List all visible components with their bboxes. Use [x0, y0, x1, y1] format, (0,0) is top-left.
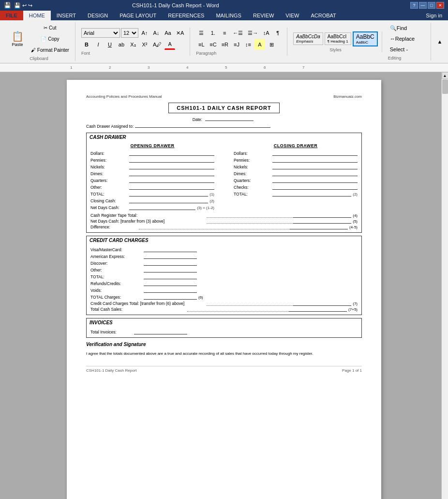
- cc-total: TOTAL:: [90, 273, 358, 279]
- text-highlight-btn[interactable]: A🖊: [151, 39, 164, 50]
- replace-btn[interactable]: ↔ Replace: [388, 33, 427, 44]
- line-spacing-btn[interactable]: ↕≡: [243, 39, 254, 50]
- tab-review[interactable]: REVIEW: [247, 11, 280, 20]
- style-emphasis-btn[interactable]: AaBbCcDa Emphasis: [293, 32, 323, 45]
- sort-btn[interactable]: ↕A: [261, 28, 271, 38]
- scroll-thumb[interactable]: [442, 79, 448, 94]
- total-cash-sales-row: Total Cash Sales: (7+5): [90, 307, 358, 312]
- style-heading2-btn[interactable]: AaBbC AaBbC: [353, 31, 378, 46]
- field-pennies-close: Pennies:: [234, 157, 358, 163]
- decrease-indent-btn[interactable]: ←☰: [231, 28, 245, 38]
- field-dimes-open: Dimes:: [90, 170, 214, 176]
- tab-home[interactable]: HOME: [23, 11, 51, 20]
- tab-design[interactable]: DESIGN: [82, 11, 114, 20]
- superscript-btn[interactable]: X²: [139, 39, 150, 50]
- ribbon-content: 📋 Paste ✂ Cut 📄 Copy 🖌 Format Painter Cl…: [0, 20, 448, 63]
- invoices-section: INVOICES Total Invoices:: [86, 318, 362, 338]
- tab-file[interactable]: FILE: [0, 11, 23, 20]
- date-line: Date:: [86, 117, 362, 122]
- cash-drawer-cols: OPENING DRAWER Dollars: Pennies: Nickels…: [90, 143, 358, 211]
- credit-card-title: CREDIT CARD CHARGES: [87, 236, 361, 244]
- minimize-btn[interactable]: —: [419, 2, 427, 9]
- change-case-btn[interactable]: Aa: [163, 28, 173, 38]
- show-formatting-btn[interactable]: ¶: [272, 28, 283, 38]
- document-page: Accounting Policies and Procedures Manua…: [67, 80, 381, 499]
- numbering-btn[interactable]: 1.: [208, 28, 218, 38]
- drawer-label: Cash Drawer Assigned to:: [86, 124, 134, 129]
- undo-btn[interactable]: ↩: [22, 2, 27, 9]
- ribbon-collapse-btn[interactable]: ▲: [434, 36, 445, 47]
- tab-insert[interactable]: INSERT: [51, 11, 82, 20]
- title-bar-controls: ? — □ ✕: [410, 2, 444, 9]
- difference-row: Difference: (4-5): [90, 225, 358, 229]
- multi-level-list-btn[interactable]: ≡: [219, 28, 230, 38]
- doc-title: CSH101-1 DAILY CASH REPORT: [86, 103, 362, 113]
- close-btn[interactable]: ✕: [436, 2, 444, 9]
- cc-visa: Visa/MasterCard:: [90, 246, 358, 252]
- styles-label: Styles: [329, 47, 342, 52]
- subscript-btn[interactable]: X₂: [128, 39, 138, 50]
- cc-total-charges: TOTAL Charges: (6): [90, 294, 358, 300]
- document-container: Accounting Policies and Procedures Manua…: [0, 72, 448, 499]
- clipboard-group: 📋 Paste ✂ Cut 📄 Copy 🖌 Format Painter Cl…: [3, 22, 75, 61]
- align-left-btn[interactable]: ≡L: [196, 39, 207, 50]
- credit-card-content: Visa/MasterCard: American Express: Disco…: [87, 244, 361, 315]
- footer-left: CSH101-1 Daily Cash Report: [86, 368, 137, 373]
- cc-other: Other:: [90, 267, 358, 272]
- tab-view[interactable]: VIEW: [280, 11, 305, 20]
- select-btn[interactable]: Select -: [388, 44, 427, 55]
- page-header: Accounting Policies and Procedures Manua…: [86, 94, 362, 99]
- italic-btn[interactable]: I: [93, 39, 104, 50]
- increase-indent-btn[interactable]: ☰→: [246, 28, 260, 38]
- shading-btn[interactable]: A: [254, 39, 265, 50]
- justify-btn[interactable]: ≡J: [231, 39, 242, 50]
- date-field: [205, 121, 254, 121]
- font-size-select[interactable]: 12: [121, 28, 138, 38]
- paragraph-label: Paragraph: [196, 51, 216, 56]
- strikethrough-btn[interactable]: ab: [116, 39, 127, 50]
- field-pennies-open: Pennies:: [90, 157, 214, 163]
- header-left: Accounting Policies and Procedures Manua…: [86, 94, 162, 99]
- field-closing-cash: Closing Cash: (2): [90, 197, 214, 203]
- align-center-btn[interactable]: ≡C: [208, 39, 218, 50]
- bullets-btn[interactable]: ☰: [196, 28, 207, 38]
- cash-drawer-content: OPENING DRAWER Dollars: Pennies: Nickels…: [87, 141, 361, 232]
- cash-register-tape-row: Cash Register Tape Total: (4): [90, 213, 358, 218]
- align-right-btn[interactable]: ≡R: [220, 39, 230, 50]
- styles-group: AaBbCcDa Emphasis AaBbCcI ¶ Heading 1 Aa…: [289, 31, 382, 52]
- scroll-up-btn[interactable]: ▲: [442, 72, 448, 79]
- title-bar: 💾 💾 ↩ ↪ CSH101-1 Daily Cash Report - Wor…: [0, 0, 448, 11]
- format-painter-btn[interactable]: 🖌 Format Painter: [29, 45, 71, 55]
- font-color-btn[interactable]: A: [164, 39, 175, 50]
- bold-btn[interactable]: B: [81, 39, 92, 50]
- save-btn[interactable]: 💾: [14, 2, 21, 9]
- paste-btn[interactable]: 📋 Paste: [7, 28, 28, 49]
- field-nickels-close: Nickels:: [234, 164, 358, 169]
- invoices-title: INVOICES: [87, 318, 361, 327]
- doc-title-box: CSH101-1 DAILY CASH REPORT: [168, 103, 279, 113]
- tab-mailings[interactable]: MAILINGS: [210, 11, 247, 20]
- tab-references[interactable]: REFERENCES: [162, 11, 210, 20]
- copy-btn[interactable]: 📄 Copy: [29, 33, 71, 44]
- tab-page-layout[interactable]: PAGE LAYOUT: [114, 11, 162, 20]
- font-name-select[interactable]: Arial: [81, 28, 120, 38]
- grow-font-btn[interactable]: A↑: [139, 28, 150, 38]
- maximize-btn[interactable]: □: [428, 2, 435, 9]
- window-icon: 💾: [4, 2, 11, 9]
- redo-btn[interactable]: ↪: [28, 2, 32, 9]
- header-right: Bizmanualz.com: [333, 94, 362, 99]
- style-heading1-btn[interactable]: AaBbCcI ¶ Heading 1: [325, 32, 351, 45]
- total-invoices-row: Total Invoices:: [90, 329, 358, 334]
- drawer-field: [135, 127, 270, 128]
- sign-in[interactable]: Sign in: [420, 11, 448, 20]
- help-btn[interactable]: ?: [410, 2, 418, 9]
- cut-btn[interactable]: ✂ Cut: [29, 22, 71, 33]
- borders-btn[interactable]: ⊞: [266, 39, 277, 50]
- clear-format-btn[interactable]: ✕A: [174, 28, 186, 38]
- underline-btn[interactable]: U: [105, 39, 115, 50]
- shrink-font-btn[interactable]: A↓: [151, 28, 162, 38]
- cc-amex: American Express:: [90, 253, 358, 259]
- opening-col: OPENING DRAWER Dollars: Pennies: Nickels…: [90, 143, 224, 211]
- find-btn[interactable]: 🔍 Find: [388, 23, 427, 33]
- tab-acrobat[interactable]: ACROBAT: [305, 11, 342, 20]
